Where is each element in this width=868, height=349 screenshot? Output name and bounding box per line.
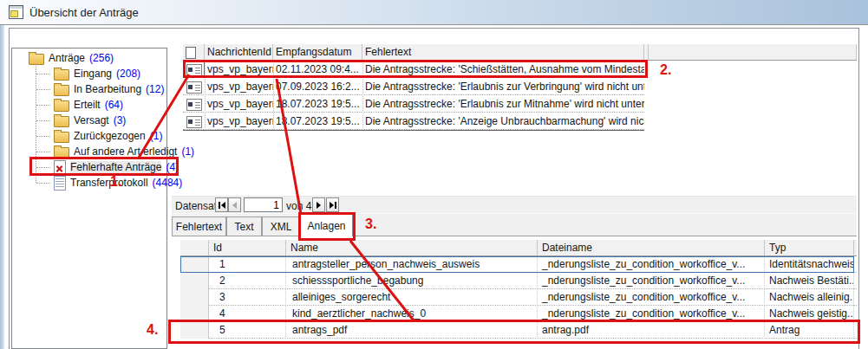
tree-item-count: (64) — [105, 99, 123, 111]
cell-id: 2 — [209, 273, 286, 289]
column-header-id[interactable]: Id — [209, 240, 286, 255]
tree-item-in-bearbeitung[interactable]: In Bearbeitung (12) — [12, 81, 208, 97]
tree-item-count: (208) — [116, 68, 140, 80]
annotation-step-label: 3. — [365, 217, 376, 232]
application-window: Übersicht der Anträge Anträge (256) Eing… — [0, 0, 868, 349]
folder-icon — [29, 54, 44, 65]
previous-record-button[interactable] — [228, 197, 241, 212]
cell-nachrichtenid: vps_vp_bayern_... — [205, 95, 273, 113]
column-header-empfangsdatum[interactable]: Empfangsdatum — [273, 44, 362, 60]
message-table-header: NachrichtenId Empfangsdatum Fehlertext — [183, 44, 857, 61]
folder-icon — [54, 69, 69, 81]
folder-icon — [54, 116, 69, 127]
tree-item-count: (4484) — [153, 177, 183, 189]
cell-empfangsdatum: 18.07.2023 19:5... — [273, 113, 362, 130]
next-record-icon — [317, 202, 321, 209]
cell-fehlertext: Die Antragsstrecke: 'Erlaubnis zur Verbr… — [362, 78, 644, 95]
cell-typ: Nachweis alleinig... — [765, 289, 854, 306]
folder-tree: Anträge (256) Eingang (208) In Bearbeitu… — [11, 48, 167, 349]
message-icon — [186, 116, 202, 128]
tree-item-label: In Bearbeitung — [74, 83, 141, 95]
tree-item-count: (12) — [146, 83, 164, 95]
attachment-row[interactable]: 2 schiesssportliche_begabung _nderungsli… — [180, 273, 857, 289]
cell-id: 3 — [209, 289, 286, 306]
tree-item-label: Erteilt — [74, 99, 101, 111]
next-record-button[interactable] — [312, 197, 325, 212]
first-record-icon — [219, 202, 220, 209]
cell-dateiname: _nderungsliste_zu_condition_workoffice_v… — [538, 289, 765, 306]
annotation-box-anlagen-tab — [298, 212, 356, 241]
column-header-dateiname[interactable]: Dateiname — [538, 240, 765, 255]
tree-item-erteilt[interactable]: Erteilt (64) — [12, 97, 208, 113]
message-row[interactable]: vps_vp_bayern_... 18.07.2023 19:5... Die… — [183, 113, 644, 130]
record-number-input[interactable] — [244, 197, 283, 212]
message-icon — [186, 99, 202, 111]
annotation-box-attachment-row — [168, 320, 860, 344]
tree-item-antraege[interactable]: Anträge (256) — [12, 50, 183, 66]
tree-item-label: Transferprotokoll — [70, 177, 148, 189]
toolbar-divider — [172, 213, 857, 214]
cell-fehlertext: Die Antragsstrecke: 'Anzeige Unbrauchbar… — [362, 113, 644, 130]
window-title: Übersicht der Anträge — [29, 6, 139, 19]
cell-name: schiesssportliche_begabung — [286, 273, 538, 289]
annotation-step-label: 4. — [147, 322, 158, 338]
cell-name: alleiniges_sorgerecht — [286, 289, 538, 306]
column-header-typ[interactable]: Typ — [765, 240, 854, 255]
first-record-icon — [221, 202, 225, 209]
message-row[interactable]: vps_vp_bayern_... 07.09.2023 16:2... Die… — [183, 78, 644, 95]
previous-record-icon — [232, 202, 237, 209]
column-header-nachrichtenid[interactable]: NachrichtenId — [205, 44, 273, 60]
tree-item-label: Zurückgezogen — [74, 130, 146, 142]
cell-typ: Nachweis Bestäti... — [765, 273, 854, 289]
column-header-name[interactable]: Name — [286, 240, 538, 255]
row-header-column — [180, 240, 209, 255]
window-border-left — [0, 25, 4, 349]
last-record-button[interactable] — [326, 197, 339, 212]
tree-item-zurueckgezogen[interactable]: Zurückgezogen (1) — [12, 128, 208, 144]
annotation-step-label: 1. — [110, 174, 121, 190]
icon-column-header[interactable] — [183, 44, 205, 60]
tree-item-label: Anträge — [49, 52, 85, 64]
tree-item-count: (256) — [89, 52, 114, 64]
window-icon — [9, 5, 23, 19]
blank-column-header — [648, 44, 857, 60]
tree-item-label: Eingang — [74, 68, 112, 80]
tree-item-count: (1) — [150, 130, 163, 142]
annotation-box-message-row — [183, 60, 648, 78]
cell-empfangsdatum: 07.09.2023 16:2... — [273, 78, 362, 95]
cell-nachrichtenid: vps_vp_bayern_... — [205, 113, 273, 130]
annotation-box-tree-item — [29, 157, 179, 176]
row-header-cell — [180, 289, 209, 306]
window-titlebar[interactable]: Übersicht der Anträge — [0, 0, 868, 25]
tab-text[interactable]: Text — [226, 217, 262, 236]
record-count-label: von 4 — [286, 199, 311, 213]
row-header-cell — [180, 273, 209, 289]
last-record-icon — [330, 202, 334, 209]
attachments-table-header: Id Name Dateiname Typ — [180, 240, 857, 256]
tab-xml[interactable]: XML — [262, 217, 300, 236]
cell-fehlertext: Die Antragsstrecke: 'Erlaubnis zur Mitna… — [362, 95, 644, 113]
tree-item-count: (3) — [114, 114, 127, 126]
cell-empfangsdatum: 18.07.2023 19:5... — [273, 95, 362, 113]
last-record-icon — [335, 202, 336, 209]
protocol-document-icon — [54, 176, 66, 191]
first-record-button[interactable] — [215, 197, 228, 212]
tree-item-count: (1) — [181, 145, 194, 158]
cell-nachrichtenid: vps_vp_bayern_... — [205, 78, 273, 95]
tree-item-label: Versagt — [74, 114, 109, 126]
folder-icon — [54, 100, 69, 112]
message-icon — [186, 81, 202, 94]
folder-icon — [54, 85, 69, 96]
list-end-line — [183, 130, 644, 131]
message-row[interactable]: vps_vp_bayern_... 18.07.2023 19:5... Die… — [183, 95, 644, 113]
attachment-row[interactable]: 3 alleiniges_sorgerecht _nderungsliste_z… — [180, 289, 857, 306]
cell-dateiname: _nderungsliste_zu_condition_workoffice_v… — [538, 273, 765, 289]
tab-fehlertext[interactable]: Fehlertext — [172, 217, 226, 236]
tree-item-eingang[interactable]: Eingang (208) — [12, 66, 208, 81]
page-icon — [186, 47, 196, 59]
column-header-fehlertext[interactable]: Fehlertext — [362, 44, 644, 60]
tree-item-label: Auf andere Art erledigt — [74, 145, 177, 158]
annotation-step-label: 2. — [660, 62, 671, 78]
tree-item-versagt[interactable]: Versagt (3) — [12, 113, 208, 128]
selected-attachment-row-border — [180, 256, 854, 273]
